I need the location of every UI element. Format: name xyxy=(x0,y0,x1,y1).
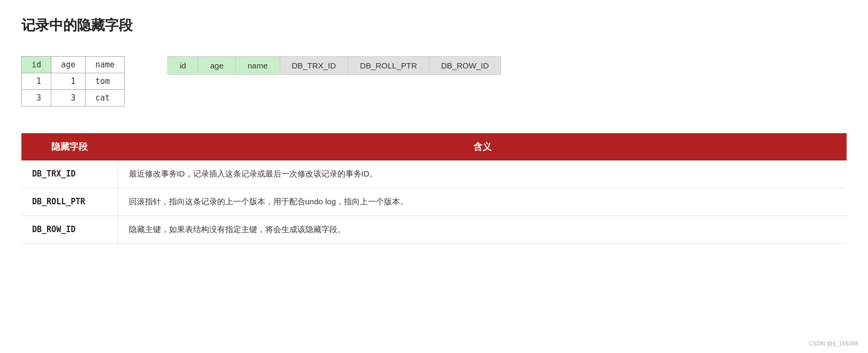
extended-table-header-green: id xyxy=(168,57,198,75)
table-cell: tom xyxy=(86,73,125,90)
extended-table-header-green: name xyxy=(236,57,280,75)
extended-table-header-gray: DB_ROLL_PTR xyxy=(348,57,429,75)
ref-table-row: DB_TRX_ID最近修改事务ID，记录插入这条记录或最后一次修改该记录的事务I… xyxy=(21,160,847,188)
ref-table-header-row: 隐藏字段 含义 xyxy=(21,133,847,160)
ref-table-row: DB_ROLL_PTR回滚指针，指向这条记录的上一个版本，用于配合undo lo… xyxy=(21,188,847,216)
ref-table-meaning: 隐藏主键，如果表结构没有指定主键，将会生成该隐藏字段。 xyxy=(118,216,847,244)
simple-table-header-id: id xyxy=(22,57,51,73)
ref-table-meaning: 最近修改事务ID，记录插入这条记录或最后一次修改该记录的事务ID。 xyxy=(118,160,847,188)
ref-table-row: DB_ROW_ID隐藏主键，如果表结构没有指定主键，将会生成该隐藏字段。 xyxy=(21,216,847,244)
ref-table-meaning: 回滚指针，指向这条记录的上一个版本，用于配合undo log，指向上一个版本。 xyxy=(118,188,847,216)
top-section: id age name 11tom33cat idagenameDB_TRX_I… xyxy=(21,56,847,106)
table-cell: 3 xyxy=(51,90,86,106)
ref-table-field: DB_ROW_ID xyxy=(21,216,118,244)
simple-table-header-age: age xyxy=(51,57,86,73)
extended-table-header-gray: DB_ROW_ID xyxy=(429,57,501,75)
table-row: 33cat xyxy=(22,90,125,106)
ref-table-col1-header: 隐藏字段 xyxy=(21,133,118,160)
table-cell: 1 xyxy=(51,73,86,90)
ref-table: 隐藏字段 含义 DB_TRX_ID最近修改事务ID，记录插入这条记录或最后一次修… xyxy=(21,133,847,244)
extended-table-header-green: age xyxy=(198,57,235,75)
watermark: CSDN @lj_169368 xyxy=(809,340,858,347)
extended-table-header-gray: DB_TRX_ID xyxy=(280,57,348,75)
simple-table-header-name: name xyxy=(86,57,125,73)
ref-table-field: DB_ROLL_PTR xyxy=(21,188,118,216)
table-cell: 1 xyxy=(22,73,51,90)
ref-table-field: DB_TRX_ID xyxy=(21,160,118,188)
ref-table-col2-header: 含义 xyxy=(118,133,847,160)
simple-table: id age name 11tom33cat xyxy=(21,56,125,106)
extended-table: idagenameDB_TRX_IDDB_ROLL_PTRDB_ROW_ID xyxy=(167,56,501,75)
page-title: 记录中的隐藏字段 xyxy=(21,16,847,35)
table-cell: cat xyxy=(86,90,125,106)
table-cell: 3 xyxy=(22,90,51,106)
table-row: 11tom xyxy=(22,73,125,90)
